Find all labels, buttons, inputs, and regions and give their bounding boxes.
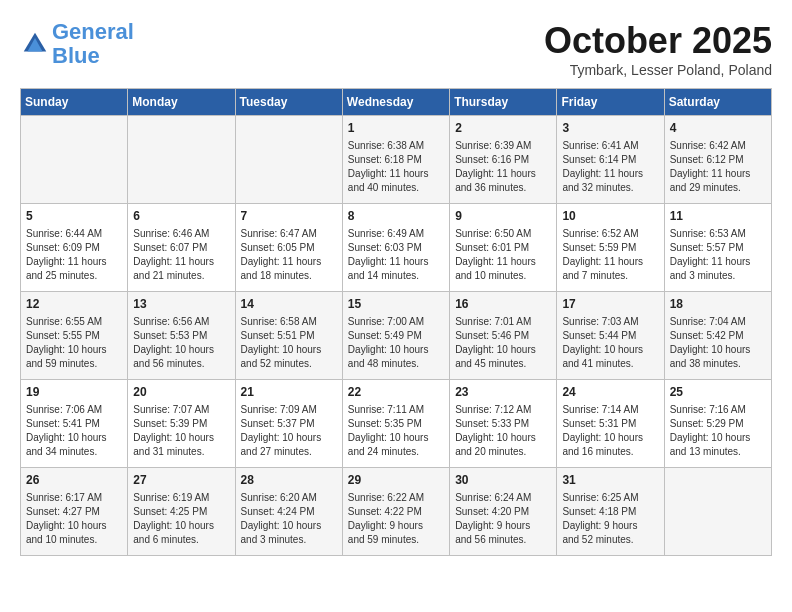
calendar-week-row: 26Sunrise: 6:17 AM Sunset: 4:27 PM Dayli…	[21, 468, 772, 556]
day-number: 6	[133, 208, 229, 225]
header-day: Friday	[557, 89, 664, 116]
calendar-cell: 10Sunrise: 6:52 AM Sunset: 5:59 PM Dayli…	[557, 204, 664, 292]
day-info: Sunrise: 6:46 AM Sunset: 6:07 PM Dayligh…	[133, 227, 229, 283]
calendar-cell: 26Sunrise: 6:17 AM Sunset: 4:27 PM Dayli…	[21, 468, 128, 556]
calendar-cell: 18Sunrise: 7:04 AM Sunset: 5:42 PM Dayli…	[664, 292, 771, 380]
day-info: Sunrise: 6:38 AM Sunset: 6:18 PM Dayligh…	[348, 139, 444, 195]
day-number: 22	[348, 384, 444, 401]
page-header: General Blue October 2025 Tymbark, Lesse…	[20, 20, 772, 78]
calendar-cell: 22Sunrise: 7:11 AM Sunset: 5:35 PM Dayli…	[342, 380, 449, 468]
day-number: 23	[455, 384, 551, 401]
day-number: 9	[455, 208, 551, 225]
day-number: 3	[562, 120, 658, 137]
calendar-cell: 2Sunrise: 6:39 AM Sunset: 6:16 PM Daylig…	[450, 116, 557, 204]
title-block: October 2025 Tymbark, Lesser Poland, Pol…	[544, 20, 772, 78]
calendar-cell: 4Sunrise: 6:42 AM Sunset: 6:12 PM Daylig…	[664, 116, 771, 204]
calendar-cell: 19Sunrise: 7:06 AM Sunset: 5:41 PM Dayli…	[21, 380, 128, 468]
day-number: 24	[562, 384, 658, 401]
calendar-cell: 13Sunrise: 6:56 AM Sunset: 5:53 PM Dayli…	[128, 292, 235, 380]
day-info: Sunrise: 7:01 AM Sunset: 5:46 PM Dayligh…	[455, 315, 551, 371]
day-info: Sunrise: 6:22 AM Sunset: 4:22 PM Dayligh…	[348, 491, 444, 547]
day-info: Sunrise: 6:56 AM Sunset: 5:53 PM Dayligh…	[133, 315, 229, 371]
calendar-cell: 3Sunrise: 6:41 AM Sunset: 6:14 PM Daylig…	[557, 116, 664, 204]
day-number: 18	[670, 296, 766, 313]
day-number: 27	[133, 472, 229, 489]
logo-text: General Blue	[52, 20, 134, 68]
calendar-cell: 30Sunrise: 6:24 AM Sunset: 4:20 PM Dayli…	[450, 468, 557, 556]
calendar-week-row: 5Sunrise: 6:44 AM Sunset: 6:09 PM Daylig…	[21, 204, 772, 292]
day-info: Sunrise: 7:03 AM Sunset: 5:44 PM Dayligh…	[562, 315, 658, 371]
day-number: 8	[348, 208, 444, 225]
logo-icon	[20, 29, 50, 59]
header-row: SundayMondayTuesdayWednesdayThursdayFrid…	[21, 89, 772, 116]
day-number: 19	[26, 384, 122, 401]
day-number: 1	[348, 120, 444, 137]
calendar-cell: 25Sunrise: 7:16 AM Sunset: 5:29 PM Dayli…	[664, 380, 771, 468]
calendar-table: SundayMondayTuesdayWednesdayThursdayFrid…	[20, 88, 772, 556]
day-number: 12	[26, 296, 122, 313]
calendar-header: SundayMondayTuesdayWednesdayThursdayFrid…	[21, 89, 772, 116]
day-info: Sunrise: 6:39 AM Sunset: 6:16 PM Dayligh…	[455, 139, 551, 195]
day-info: Sunrise: 6:19 AM Sunset: 4:25 PM Dayligh…	[133, 491, 229, 547]
day-number: 30	[455, 472, 551, 489]
day-number: 10	[562, 208, 658, 225]
day-number: 4	[670, 120, 766, 137]
day-number: 28	[241, 472, 337, 489]
day-info: Sunrise: 7:07 AM Sunset: 5:39 PM Dayligh…	[133, 403, 229, 459]
day-info: Sunrise: 7:14 AM Sunset: 5:31 PM Dayligh…	[562, 403, 658, 459]
header-day: Wednesday	[342, 89, 449, 116]
day-info: Sunrise: 7:04 AM Sunset: 5:42 PM Dayligh…	[670, 315, 766, 371]
calendar-week-row: 1Sunrise: 6:38 AM Sunset: 6:18 PM Daylig…	[21, 116, 772, 204]
calendar-cell: 21Sunrise: 7:09 AM Sunset: 5:37 PM Dayli…	[235, 380, 342, 468]
day-info: Sunrise: 6:50 AM Sunset: 6:01 PM Dayligh…	[455, 227, 551, 283]
day-info: Sunrise: 7:11 AM Sunset: 5:35 PM Dayligh…	[348, 403, 444, 459]
day-info: Sunrise: 7:09 AM Sunset: 5:37 PM Dayligh…	[241, 403, 337, 459]
day-info: Sunrise: 6:47 AM Sunset: 6:05 PM Dayligh…	[241, 227, 337, 283]
day-info: Sunrise: 6:55 AM Sunset: 5:55 PM Dayligh…	[26, 315, 122, 371]
calendar-cell: 1Sunrise: 6:38 AM Sunset: 6:18 PM Daylig…	[342, 116, 449, 204]
day-number: 11	[670, 208, 766, 225]
day-number: 17	[562, 296, 658, 313]
day-number: 29	[348, 472, 444, 489]
day-info: Sunrise: 6:52 AM Sunset: 5:59 PM Dayligh…	[562, 227, 658, 283]
day-number: 31	[562, 472, 658, 489]
day-number: 5	[26, 208, 122, 225]
calendar-cell: 28Sunrise: 6:20 AM Sunset: 4:24 PM Dayli…	[235, 468, 342, 556]
calendar-week-row: 12Sunrise: 6:55 AM Sunset: 5:55 PM Dayli…	[21, 292, 772, 380]
day-info: Sunrise: 6:41 AM Sunset: 6:14 PM Dayligh…	[562, 139, 658, 195]
calendar-cell: 23Sunrise: 7:12 AM Sunset: 5:33 PM Dayli…	[450, 380, 557, 468]
calendar-body: 1Sunrise: 6:38 AM Sunset: 6:18 PM Daylig…	[21, 116, 772, 556]
calendar-cell	[235, 116, 342, 204]
day-info: Sunrise: 6:44 AM Sunset: 6:09 PM Dayligh…	[26, 227, 122, 283]
header-day: Saturday	[664, 89, 771, 116]
calendar-cell: 24Sunrise: 7:14 AM Sunset: 5:31 PM Dayli…	[557, 380, 664, 468]
day-info: Sunrise: 7:16 AM Sunset: 5:29 PM Dayligh…	[670, 403, 766, 459]
calendar-cell: 27Sunrise: 6:19 AM Sunset: 4:25 PM Dayli…	[128, 468, 235, 556]
calendar-cell: 20Sunrise: 7:07 AM Sunset: 5:39 PM Dayli…	[128, 380, 235, 468]
calendar-cell: 11Sunrise: 6:53 AM Sunset: 5:57 PM Dayli…	[664, 204, 771, 292]
calendar-cell	[21, 116, 128, 204]
calendar-cell	[128, 116, 235, 204]
day-info: Sunrise: 7:00 AM Sunset: 5:49 PM Dayligh…	[348, 315, 444, 371]
day-info: Sunrise: 6:53 AM Sunset: 5:57 PM Dayligh…	[670, 227, 766, 283]
logo: General Blue	[20, 20, 134, 68]
location: Tymbark, Lesser Poland, Poland	[544, 62, 772, 78]
day-number: 20	[133, 384, 229, 401]
day-number: 2	[455, 120, 551, 137]
header-day: Tuesday	[235, 89, 342, 116]
day-info: Sunrise: 7:06 AM Sunset: 5:41 PM Dayligh…	[26, 403, 122, 459]
day-number: 13	[133, 296, 229, 313]
calendar-cell: 15Sunrise: 7:00 AM Sunset: 5:49 PM Dayli…	[342, 292, 449, 380]
day-number: 16	[455, 296, 551, 313]
day-number: 7	[241, 208, 337, 225]
day-info: Sunrise: 6:25 AM Sunset: 4:18 PM Dayligh…	[562, 491, 658, 547]
calendar-cell: 12Sunrise: 6:55 AM Sunset: 5:55 PM Dayli…	[21, 292, 128, 380]
day-info: Sunrise: 6:58 AM Sunset: 5:51 PM Dayligh…	[241, 315, 337, 371]
calendar-cell: 8Sunrise: 6:49 AM Sunset: 6:03 PM Daylig…	[342, 204, 449, 292]
calendar-cell: 6Sunrise: 6:46 AM Sunset: 6:07 PM Daylig…	[128, 204, 235, 292]
calendar-cell: 17Sunrise: 7:03 AM Sunset: 5:44 PM Dayli…	[557, 292, 664, 380]
day-info: Sunrise: 6:20 AM Sunset: 4:24 PM Dayligh…	[241, 491, 337, 547]
calendar-cell: 9Sunrise: 6:50 AM Sunset: 6:01 PM Daylig…	[450, 204, 557, 292]
header-day: Sunday	[21, 89, 128, 116]
header-day: Monday	[128, 89, 235, 116]
